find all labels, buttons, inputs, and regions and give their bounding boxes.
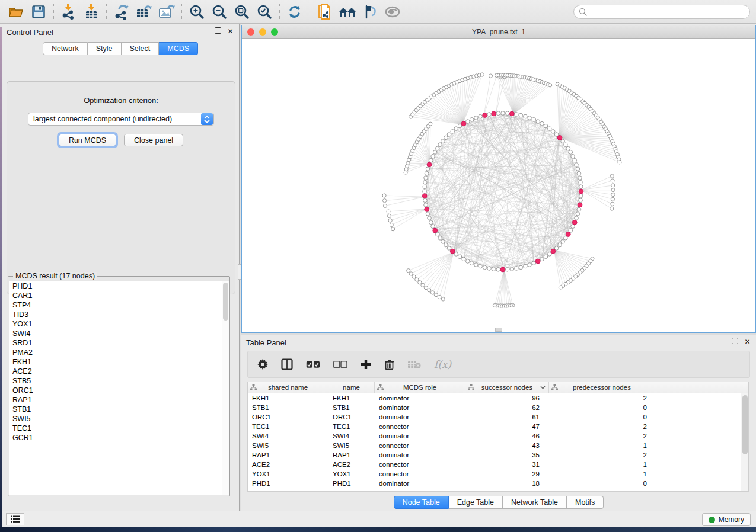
network-canvas[interactable] [242, 39, 755, 332]
close-table-panel-icon[interactable]: ✕ [744, 338, 751, 345]
float-panel-icon[interactable] [215, 27, 221, 34]
search-field[interactable] [573, 5, 750, 19]
tab-style[interactable]: Style [88, 42, 122, 55]
delete-table-button[interactable] [407, 360, 421, 369]
export-network-button[interactable] [110, 2, 133, 22]
table-cell[interactable]: SWI4 [248, 431, 328, 441]
search-input[interactable] [590, 8, 745, 16]
table-settings-button[interactable] [257, 359, 268, 370]
mcds-result-item[interactable]: FKH1 [9, 357, 229, 367]
table-cell[interactable]: 0 [549, 479, 655, 488]
export-image-button[interactable] [155, 2, 178, 22]
table-cell[interactable]: connector [375, 460, 465, 469]
show-columns-button[interactable] [281, 358, 293, 370]
column-header-successor-nodes[interactable]: successor nodes [465, 382, 549, 393]
mcds-result-item[interactable]: ACE2 [9, 367, 229, 376]
table-cell[interactable]: dominator [375, 412, 465, 422]
save-session-button[interactable] [27, 2, 50, 22]
table-cell[interactable]: dominator [375, 403, 465, 412]
table-cell[interactable]: 61 [465, 412, 549, 422]
table-cell[interactable]: dominator [375, 431, 465, 441]
table-cell[interactable]: RAP1 [248, 450, 328, 460]
import-network-button[interactable] [58, 2, 80, 22]
task-history-button[interactable] [6, 513, 24, 525]
table-row[interactable]: SWI4SWI4dominator462 [248, 431, 741, 441]
column-header-MCDS-role[interactable]: MCDS role [375, 382, 465, 393]
mcds-result-item[interactable]: STB1 [9, 405, 229, 414]
mcds-list-scrollbar[interactable] [222, 281, 229, 495]
table-cell[interactable]: 2 [549, 431, 655, 441]
delete-row-button[interactable] [384, 359, 394, 370]
table-row[interactable]: RAP1RAP1dominator352 [248, 450, 741, 460]
table-cell[interactable]: 2 [549, 422, 655, 431]
table-cell[interactable]: SWI5 [248, 441, 328, 450]
import-table-button[interactable] [80, 2, 103, 22]
table-cell[interactable]: 1 [549, 460, 655, 469]
first-neighbors-button[interactable] [336, 2, 359, 22]
table-cell[interactable]: SWI4 [328, 431, 375, 441]
table-cell[interactable]: FKH1 [248, 393, 328, 403]
mcds-result-item[interactable]: SWI4 [9, 329, 229, 338]
table-cell[interactable]: connector [375, 441, 465, 450]
graphics-details-button[interactable] [359, 2, 381, 22]
table-cell[interactable]: 96 [465, 393, 549, 403]
table-row[interactable]: FKH1FKH1dominator962 [248, 393, 741, 403]
close-panel-button[interactable]: Close panel [124, 134, 183, 146]
table-cell[interactable]: 1 [549, 469, 655, 479]
table-cell[interactable]: ACE2 [248, 460, 328, 469]
tab-select[interactable]: Select [122, 42, 160, 55]
close-window-icon[interactable] [247, 28, 254, 36]
table-cell[interactable]: dominator [375, 393, 465, 403]
table-row[interactable]: PHD1PHD1dominator180 [248, 479, 741, 488]
table-cell[interactable]: STB1 [328, 403, 375, 412]
table-cell[interactable]: 2 [549, 393, 655, 403]
column-header-name[interactable]: name [328, 382, 375, 393]
network-graph[interactable] [242, 39, 755, 332]
tab-motifs[interactable]: Motifs [567, 496, 604, 509]
mcds-result-item[interactable]: YOX1 [9, 319, 229, 329]
table-row[interactable]: TEC1TEC1connector472 [248, 422, 741, 431]
add-row-button[interactable] [361, 359, 371, 370]
table-cell[interactable]: SWI5 [328, 441, 375, 450]
table-cell[interactable]: YOX1 [328, 469, 375, 479]
close-panel-icon[interactable]: ✕ [227, 27, 234, 35]
open-session-button[interactable] [5, 2, 27, 22]
table-cell[interactable]: YOX1 [248, 469, 328, 479]
table-cell[interactable]: RAP1 [328, 450, 375, 460]
optimization-select[interactable]: largest connected component (undirected) [28, 113, 214, 126]
table-row[interactable]: ACE2ACE2connector311 [248, 460, 741, 469]
table-cell[interactable]: 47 [465, 422, 549, 431]
tab-network-table[interactable]: Network Table [503, 496, 567, 509]
tab-mcds[interactable]: MCDS [159, 42, 198, 55]
table-row[interactable]: SWI5SWI5connector431 [248, 441, 741, 450]
table-row[interactable]: YOX1YOX1connector291 [248, 469, 741, 479]
column-header-shared-name[interactable]: shared name [248, 382, 328, 393]
table-cell[interactable]: TEC1 [248, 422, 328, 431]
table-cell[interactable]: connector [375, 469, 465, 479]
function-builder-button[interactable]: f(x) [434, 358, 451, 370]
table-cell[interactable]: TEC1 [328, 422, 375, 431]
table-cell[interactable]: dominator [375, 479, 465, 488]
maximize-window-icon[interactable] [271, 28, 278, 36]
table-cell[interactable]: ORC1 [248, 412, 328, 422]
deselect-all-button[interactable] [333, 361, 347, 368]
zoom-fit-button[interactable] [231, 2, 253, 22]
run-mcds-button[interactable]: Run MCDS [59, 134, 116, 146]
mcds-result-item[interactable]: TEC1 [9, 424, 229, 433]
table-cell[interactable]: STB1 [248, 403, 328, 412]
table-cell[interactable]: dominator [375, 450, 465, 460]
select-all-button[interactable] [306, 361, 320, 368]
table-cell[interactable]: 18 [465, 479, 549, 488]
mcds-result-item[interactable]: SWI5 [9, 414, 229, 424]
table-cell[interactable]: ORC1 [328, 412, 375, 422]
table-row[interactable]: ORC1ORC1dominator610 [248, 412, 741, 422]
mcds-result-item[interactable]: RAP1 [9, 395, 229, 405]
tab-node-table[interactable]: Node Table [394, 496, 449, 509]
canvas-splitter-knob[interactable] [495, 328, 502, 332]
table-cell[interactable]: 43 [465, 441, 549, 450]
mcds-result-item[interactable]: ORC1 [9, 386, 229, 395]
memory-button[interactable]: Memory [702, 513, 751, 526]
table-cell[interactable]: 31 [465, 460, 549, 469]
table-cell[interactable]: 2 [549, 450, 655, 460]
tab-edge-table[interactable]: Edge Table [449, 496, 503, 509]
